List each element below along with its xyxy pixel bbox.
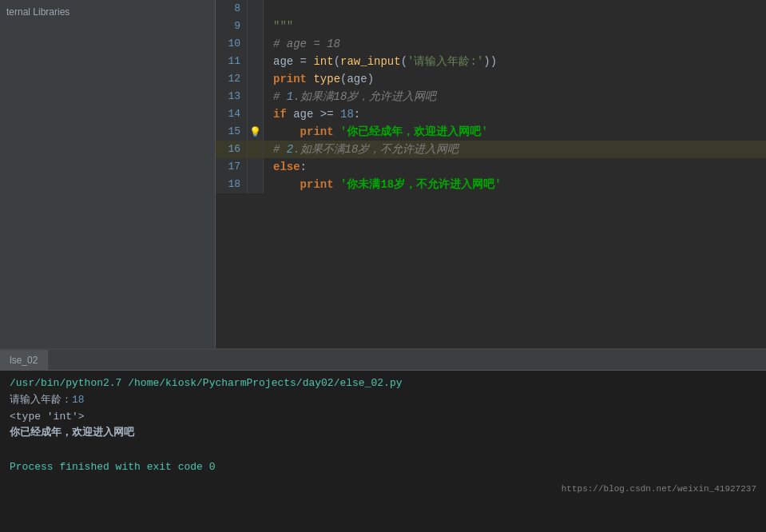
line-gutter-8 <box>248 0 264 18</box>
line-content-11: age = int(raw_input('请输入年龄:')) <box>264 53 766 70</box>
line-num-10: 10 <box>216 35 248 53</box>
line-num-15: 15 <box>216 123 248 141</box>
code-line-12: 12 print type(age) <box>216 70 766 88</box>
terminal-exit-line: Process finished with exit code 0 <box>10 459 756 476</box>
line-gutter-11 <box>248 53 264 70</box>
line-num-9: 9 <box>216 18 248 35</box>
line-content-14: if age >= 18: <box>264 105 766 123</box>
terminal-prompt-line: 请输入年龄：18 <box>10 392 756 409</box>
line-num-14: 14 <box>216 105 248 123</box>
line-gutter-12 <box>248 70 264 88</box>
code-panel[interactable]: 8 9 """ 10 # age = 18 11 age = int(raw_i… <box>216 0 766 348</box>
terminal-tab[interactable]: lse_02 <box>0 350 48 370</box>
terminal-empty-line <box>10 442 756 459</box>
ide-container: ternal Libraries 8 9 """ 10 # age = 18 <box>0 0 766 532</box>
line-content-10: # age = 18 <box>264 35 766 53</box>
sidebar: ternal Libraries <box>0 0 216 348</box>
code-line-15: 15 💡 print '你已经成年，欢迎进入网吧' <box>216 123 766 141</box>
line-gutter-9 <box>248 18 264 35</box>
line-num-18: 18 <box>216 176 248 193</box>
line-gutter-13 <box>248 88 264 105</box>
terminal-path-line: /usr/bin/python2.7 /home/kiosk/PycharmPr… <box>10 375 756 392</box>
line-content-16: # 2.如果不满18岁，不允许进入网吧 <box>264 141 766 158</box>
terminal-type-output: <type 'int'> <box>10 411 85 423</box>
code-line-9: 9 """ <box>216 18 766 35</box>
terminal-exit-text: Process finished with exit code 0 <box>10 461 215 473</box>
line-num-11: 11 <box>216 53 248 70</box>
line-gutter-14 <box>248 105 264 123</box>
bulb-icon[interactable]: 💡 <box>249 126 261 138</box>
terminal-tab-label: lse_02 <box>10 355 38 366</box>
line-content-9: """ <box>264 18 766 35</box>
bottom-panel: lse_02 /usr/bin/python2.7 /home/kiosk/Py… <box>0 348 766 532</box>
terminal-type-line: <type 'int'> <box>10 409 756 426</box>
terminal-output[interactable]: /usr/bin/python2.7 /home/kiosk/PycharmPr… <box>0 371 766 532</box>
line-gutter-10 <box>248 35 264 53</box>
code-line-14: 14 if age >= 18: <box>216 105 766 123</box>
sidebar-label: ternal Libraries <box>0 3 215 21</box>
terminal-prompt-label: 请输入年龄： <box>10 394 72 406</box>
line-num-13: 13 <box>216 88 248 105</box>
terminal-result-line: 你已经成年，欢迎进入网吧 <box>10 425 756 442</box>
line-num-17: 17 <box>216 158 248 176</box>
terminal-path: /usr/bin/python2.7 /home/kiosk/PycharmPr… <box>10 377 402 389</box>
editor-area: ternal Libraries 8 9 """ 10 # age = 18 <box>0 0 766 348</box>
line-gutter-17 <box>248 158 264 176</box>
bottom-tab-bar: lse_02 <box>0 350 766 371</box>
line-content-8 <box>264 0 766 18</box>
code-line-18: 18 print '你未满18岁，不允许进入网吧' <box>216 176 766 193</box>
code-line-13: 13 # 1.如果满18岁，允许进入网吧 <box>216 88 766 105</box>
line-gutter-16 <box>248 141 264 158</box>
line-content-17: else: <box>264 158 766 176</box>
terminal-url: https://blog.csdn.net/weixin_41927237 <box>562 484 756 494</box>
line-content-15: print '你已经成年，欢迎进入网吧' <box>264 123 766 141</box>
terminal-url-line: https://blog.csdn.net/weixin_41927237 <box>10 481 756 498</box>
code-line-11: 11 age = int(raw_input('请输入年龄:')) <box>216 53 766 70</box>
code-line-16: 16 # 2.如果不满18岁，不允许进入网吧 <box>216 141 766 158</box>
line-num-16: 16 <box>216 141 248 158</box>
line-content-12: print type(age) <box>264 70 766 88</box>
line-num-12: 12 <box>216 70 248 88</box>
line-gutter-18 <box>248 176 264 193</box>
code-line-17: 17 else: <box>216 158 766 176</box>
line-gutter-15: 💡 <box>248 123 264 141</box>
code-line-10: 10 # age = 18 <box>216 35 766 53</box>
line-num-8: 8 <box>216 0 248 18</box>
code-line-8: 8 <box>216 0 766 18</box>
terminal-input-value: 18 <box>72 394 85 406</box>
line-content-13: # 1.如果满18岁，允许进入网吧 <box>264 88 766 105</box>
line-content-18: print '你未满18岁，不允许进入网吧' <box>264 176 766 193</box>
terminal-result-output: 你已经成年，欢迎进入网吧 <box>10 427 134 439</box>
